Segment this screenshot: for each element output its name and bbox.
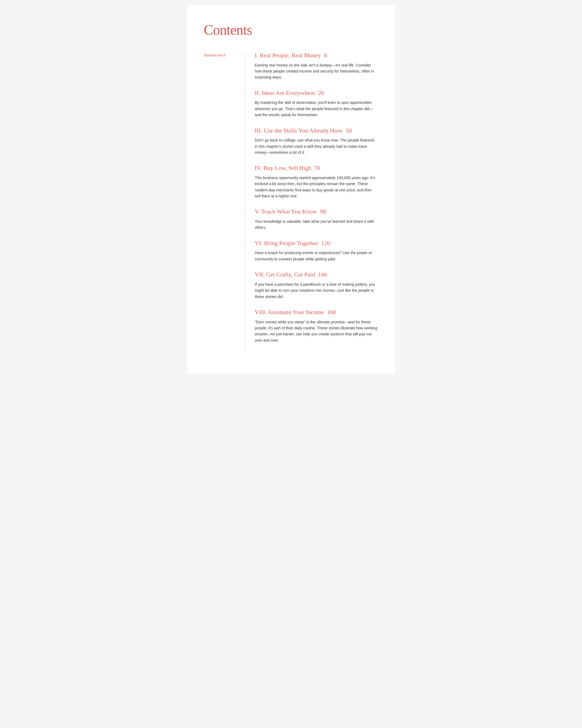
sidebar: Introduction 6	[204, 52, 245, 352]
chapter-entry-7: VII. Get Crafty, Get Paid 146 If you hav…	[255, 271, 378, 300]
chapter-entry-2: II. Ideas Are Everywhere 26 By mastering…	[255, 89, 378, 118]
chapter-8-title: VIII. Automate Your Income 168	[255, 308, 378, 316]
book-contents-page: Contents Introduction 6 I. Real People, …	[188, 5, 395, 374]
chapter-1-description: Earning real money on the side isn't a f…	[255, 62, 378, 80]
chapter-1-title: I. Real People, Real Money 8	[255, 52, 378, 59]
chapter-3-description: Don't go back to college; use what you k…	[255, 137, 378, 155]
chapter-entry-8: VIII. Automate Your Income 168 "Earn mon…	[255, 308, 378, 343]
chapter-entry-4: IV. Buy Low, Sell High 76 This business …	[255, 164, 378, 199]
chapter-entry-5: V. Teach What You Know 98 Your knowledge…	[255, 208, 378, 230]
chapter-4-title: IV. Buy Low, Sell High 76	[255, 164, 378, 172]
chapter-7-description: If you have a penchant for a paintbrush …	[255, 281, 378, 300]
chapter-5-title: V. Teach What You Know 98	[255, 208, 378, 216]
chapter-3-desc-before: Don't go back to college; use what you k…	[255, 138, 331, 142]
sidebar-introduction-entry: Introduction 6	[204, 53, 226, 57]
vertical-divider	[245, 52, 245, 352]
chapter-7-title: VII. Get Crafty, Get Paid 146	[255, 271, 378, 279]
page-title: Contents	[204, 22, 378, 38]
chapter-2-description: By mastering the skill of observation, y…	[255, 100, 378, 118]
chapter-3-desc-em: now	[331, 138, 338, 142]
chapter-2-title: II. Ideas Are Everywhere 26	[255, 89, 378, 97]
chapter-8-description: "Earn money while you sleep" is the ulti…	[255, 319, 378, 343]
intro-page-number: 6	[223, 53, 226, 57]
chapter-6-description: Have a knack for producing events or exp…	[255, 250, 378, 262]
chapter-6-title: VI. Bring People Together 120	[255, 239, 378, 247]
chapter-entry-1: I. Real People, Real Money 8 Earning rea…	[255, 52, 378, 80]
contents-layout: Introduction 6 I. Real People, Real Mone…	[204, 52, 378, 352]
chapter-4-description: This business opportunity started approx…	[255, 175, 378, 199]
chapters-list: I. Real People, Real Money 8 Earning rea…	[255, 52, 378, 352]
chapter-3-title: III. Use the Skills You Already Have 50	[255, 127, 378, 135]
chapter-entry-3: III. Use the Skills You Already Have 50 …	[255, 127, 378, 156]
chapter-5-description: Your knowledge is valuable: take what yo…	[255, 218, 378, 231]
chapter-entry-6: VI. Bring People Together 120 Have a kna…	[255, 239, 378, 262]
intro-label: Introduction	[204, 53, 223, 57]
